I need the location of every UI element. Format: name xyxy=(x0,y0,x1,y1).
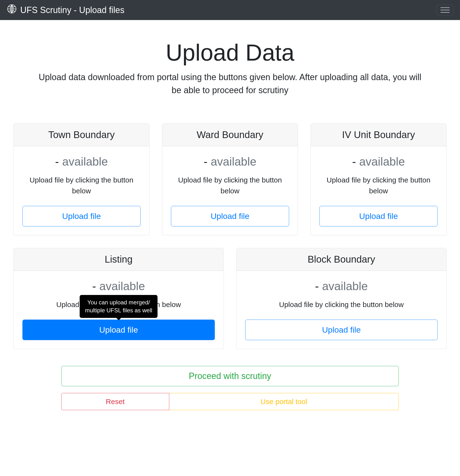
card-header: IV Unit Boundary xyxy=(311,124,446,146)
proceed-button[interactable]: Proceed with scrutiny xyxy=(61,366,399,386)
action-buttons: Proceed with scrutiny Reset Use portal t… xyxy=(61,366,399,410)
page-subtitle: Upload data downloaded from portal using… xyxy=(37,71,423,97)
card-status: - available xyxy=(320,155,438,168)
navbar-brand[interactable]: UFS Scrutiny - Upload files xyxy=(7,4,124,16)
navbar: UFS Scrutiny - Upload files xyxy=(0,0,460,20)
card-text: Upload file by clicking the button below xyxy=(320,175,438,196)
card-iv-boundary: IV Unit Boundary - available Upload file… xyxy=(311,123,446,235)
card-header: Listing xyxy=(14,248,223,271)
upload-ward-button[interactable]: Upload file xyxy=(171,206,289,226)
upload-block-button[interactable]: Upload file xyxy=(245,320,438,340)
reset-button[interactable]: Reset xyxy=(61,393,169,410)
card-town-boundary: Town Boundary - available Upload file by… xyxy=(14,123,149,235)
card-listing: Listing - available Upload file by click… xyxy=(14,248,224,349)
hamburger-icon xyxy=(441,7,450,13)
card-status: - available xyxy=(171,155,289,168)
cards-row-bottom: Listing - available Upload file by click… xyxy=(14,248,446,349)
card-header: Town Boundary xyxy=(14,124,149,146)
card-status: - available xyxy=(245,280,438,293)
cards-row-top: Town Boundary - available Upload file by… xyxy=(14,123,446,235)
upload-town-button[interactable]: Upload file xyxy=(22,206,140,226)
page-title: Upload Data xyxy=(14,39,446,66)
card-block-boundary: Block Boundary - available Upload file b… xyxy=(236,248,446,349)
tooltip: You can upload merged/ multiple UFSL fil… xyxy=(80,295,157,318)
card-header: Ward Boundary xyxy=(162,124,298,146)
card-status: - available xyxy=(22,155,140,168)
card-header: Block Boundary xyxy=(237,248,446,271)
navbar-toggler[interactable] xyxy=(437,5,453,16)
portal-tool-button[interactable]: Use portal tool xyxy=(169,393,399,410)
card-text: Upload file by clicking the button below xyxy=(22,175,140,196)
card-ward-boundary: Ward Boundary - available Upload file by… xyxy=(162,123,298,235)
app-title: UFS Scrutiny - Upload files xyxy=(20,5,124,15)
card-status: - available xyxy=(22,280,215,293)
globe-icon xyxy=(7,4,17,16)
hero: Upload Data Upload data downloaded from … xyxy=(14,20,446,111)
card-text: Upload file by clicking the button below xyxy=(245,299,438,310)
card-text: Upload file by clicking the button below xyxy=(171,175,289,196)
upload-iv-button[interactable]: Upload file xyxy=(320,206,438,226)
